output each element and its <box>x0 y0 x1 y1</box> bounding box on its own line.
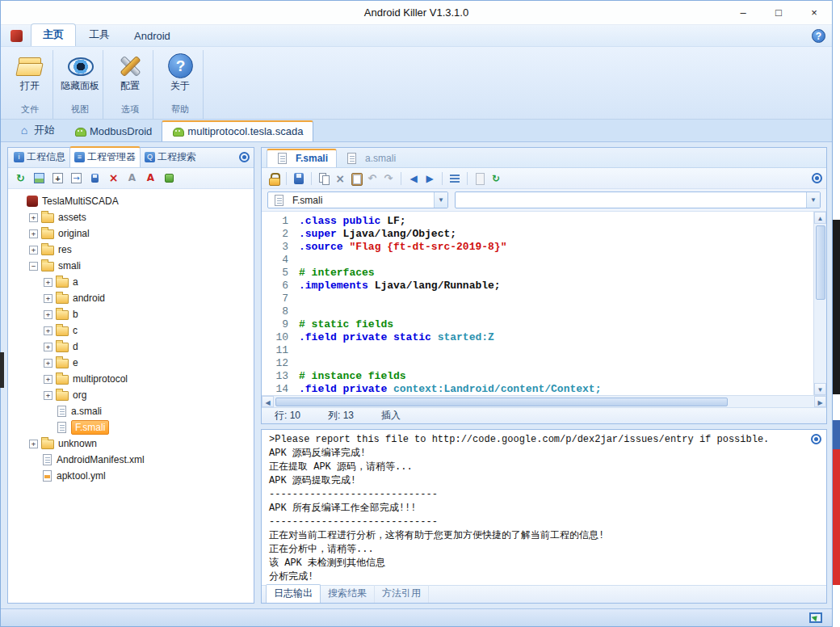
tree-expander[interactable]: + <box>44 359 52 368</box>
tree-row-5[interactable]: +a <box>10 274 252 290</box>
tree-row-13[interactable]: a.smali <box>10 403 252 419</box>
ribbon-tab-0[interactable]: 主页 <box>31 23 76 46</box>
tree-expander[interactable]: + <box>29 229 38 238</box>
font-icon[interactable] <box>144 171 158 185</box>
tree-expander[interactable]: + <box>44 310 52 319</box>
editor-tab-1[interactable]: a.smali <box>337 150 404 167</box>
doc2-icon[interactable] <box>472 171 487 186</box>
doc-tab-1[interactable]: ModbusDroid <box>65 122 162 141</box>
redo-icon[interactable] <box>381 171 396 186</box>
tree-row-1[interactable]: +assets <box>10 209 252 225</box>
doc-tab-2[interactable]: multiprotocol.tesla.scada <box>162 120 313 141</box>
chevron-down-icon[interactable]: ▼ <box>434 192 447 208</box>
chevron-down-icon[interactable]: ▼ <box>806 192 820 208</box>
undo-icon[interactable] <box>365 171 380 186</box>
tree-row-0[interactable]: TeslaMultiSCADA <box>10 193 252 209</box>
tree-row-9[interactable]: +d <box>10 339 252 355</box>
scroll-up-icon[interactable]: ▲ <box>814 212 826 224</box>
open-folder-icon <box>16 52 44 79</box>
tree-expander[interactable]: + <box>44 294 52 303</box>
save-icon[interactable] <box>292 171 306 186</box>
method-dropdown[interactable]: ▼ <box>455 191 821 208</box>
delete-icon[interactable] <box>107 171 120 185</box>
code-line: 11 <box>270 344 813 357</box>
log-line: ----------------------------- <box>269 515 819 529</box>
log-tab-1[interactable]: 搜索结果 <box>321 585 375 603</box>
tree-expander[interactable]: − <box>29 262 38 271</box>
tree-row-3[interactable]: +res <box>10 242 252 258</box>
log-tab-2[interactable]: 方法引用 <box>375 585 429 603</box>
tree-expander[interactable]: + <box>29 440 38 448</box>
panel-collapse-icon[interactable] <box>239 152 250 162</box>
tree-row-10[interactable]: +e <box>10 355 252 371</box>
tree-row-6[interactable]: +android <box>10 290 252 306</box>
lock-icon[interactable] <box>267 171 281 186</box>
tree-row-11[interactable]: +multiprotocol <box>10 371 252 387</box>
vertical-scrollbar[interactable]: ▲ ▼ <box>813 212 826 395</box>
encode-icon[interactable] <box>489 171 503 186</box>
tree-row-16[interactable]: AndroidManifest.xml <box>10 452 252 468</box>
tree-row-14[interactable]: F.smali <box>10 419 252 436</box>
left-tab-0[interactable]: i工程信息 <box>10 148 69 167</box>
code-lines[interactable]: 1.class public LF;2.super Ljava/lang/Obj… <box>262 212 813 395</box>
tree-row-7[interactable]: +b <box>10 306 252 322</box>
scroll-down-icon[interactable]: ▼ <box>814 383 826 395</box>
ribbon-button-3[interactable]: 关于 <box>158 50 202 91</box>
forward-icon[interactable] <box>422 171 437 186</box>
tree-row-2[interactable]: +original <box>10 225 252 242</box>
format-icon[interactable] <box>447 171 462 186</box>
tree-row-12[interactable]: +org <box>10 387 252 403</box>
tree-expander[interactable]: + <box>44 278 52 287</box>
ribbon-button-0[interactable]: 打开 <box>8 50 52 91</box>
ribbon-tab-1[interactable]: 工具 <box>78 24 121 46</box>
locate-icon[interactable] <box>69 171 83 185</box>
code-text: # static fields <box>299 318 393 331</box>
tree-row-17[interactable]: apktool.yml <box>10 468 252 484</box>
statusbar-icon[interactable] <box>809 612 822 623</box>
editor-tab-0[interactable]: F.smali <box>267 149 337 167</box>
tree-label: AndroidManifest.xml <box>57 454 145 465</box>
editor-collapse-icon[interactable] <box>812 173 822 183</box>
maximize-button[interactable]: □ <box>761 1 796 24</box>
scroll-right-icon[interactable]: ▶ <box>814 396 826 407</box>
tree-row-4[interactable]: −smali <box>10 258 252 274</box>
tree-label: unknown <box>58 438 97 449</box>
folder-icon <box>56 391 69 401</box>
save-all-icon[interactable] <box>88 171 102 185</box>
copy-icon[interactable] <box>317 171 331 186</box>
refresh-icon[interactable] <box>14 171 27 185</box>
ribbon-button-1[interactable]: 隐藏面板 <box>58 50 102 91</box>
log-collapse-icon[interactable] <box>811 434 821 444</box>
clear-icon[interactable] <box>125 171 139 185</box>
tree-expander[interactable]: + <box>44 343 52 351</box>
tree-label: multiprotocol <box>73 373 128 385</box>
view-icon[interactable] <box>32 171 46 185</box>
back-icon[interactable] <box>406 171 421 186</box>
ribbon-tab-2[interactable]: Android <box>123 27 182 46</box>
close-button[interactable]: × <box>796 1 832 24</box>
tree-expander[interactable]: + <box>29 246 38 255</box>
scroll-thumb-horizontal[interactable] <box>275 398 728 406</box>
tree-expander[interactable]: + <box>44 375 52 384</box>
paste-icon[interactable] <box>349 171 363 186</box>
tree-row-15[interactable]: +unknown <box>10 436 252 452</box>
doc-tab-0[interactable]: 开始 <box>9 120 65 141</box>
tree-expander[interactable]: + <box>29 213 38 222</box>
horizontal-scrollbar[interactable]: ◀ ▶ <box>262 395 826 407</box>
install-icon[interactable] <box>162 171 176 185</box>
log-tab-0[interactable]: 日志输出 <box>266 584 321 603</box>
minimize-button[interactable]: – <box>725 1 761 24</box>
tree-row-8[interactable]: +c <box>10 322 252 339</box>
left-tab-1[interactable]: ≡工程管理器 <box>69 146 141 167</box>
scroll-left-icon[interactable]: ◀ <box>262 396 274 407</box>
expand-icon[interactable] <box>51 171 65 185</box>
scroll-thumb[interactable] <box>816 225 825 300</box>
cut-icon[interactable] <box>333 171 347 186</box>
ribbon-button-2[interactable]: 配置 <box>108 50 152 91</box>
log-lines[interactable]: >Please report this file to http://code.… <box>262 430 826 585</box>
left-tab-2[interactable]: Q工程搜索 <box>141 148 200 167</box>
tree-expander[interactable]: + <box>44 391 52 400</box>
file-dropdown[interactable]: F.smali ▼ <box>267 191 448 208</box>
tree-expander[interactable]: + <box>44 326 52 335</box>
help-icon[interactable]: ? <box>812 29 825 43</box>
